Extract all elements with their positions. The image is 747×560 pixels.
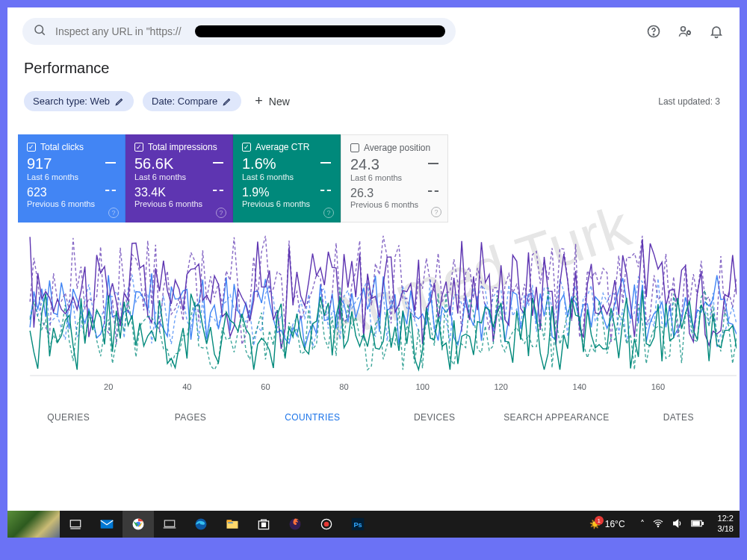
- battery-icon[interactable]: [691, 519, 704, 530]
- tab-queries[interactable]: QUERIES: [7, 412, 129, 423]
- tab-countries[interactable]: COUNTRIES: [252, 412, 374, 423]
- metric-period: Last 6 months: [27, 172, 116, 181]
- legend-solid: [105, 162, 116, 164]
- legend-dashed: [428, 190, 438, 192]
- svg-rect-23: [227, 520, 232, 522]
- svg-rect-17: [101, 520, 114, 529]
- metric-card-total-clicks[interactable]: Total clicks 917 Last 6 months 623 Previ…: [18, 134, 125, 223]
- weather-widget[interactable]: ☀️1 16°C: [582, 519, 633, 529]
- add-filter-button[interactable]: + New: [250, 90, 294, 112]
- svg-point-0: [35, 25, 43, 34]
- photoshop-app-icon[interactable]: Ps: [342, 511, 374, 538]
- volume-icon[interactable]: [672, 517, 684, 532]
- metric-prev-value: 26.3: [350, 187, 374, 200]
- metric-card-average-ctr[interactable]: Average CTR 1.6% Last 6 months 1.9% Prev…: [233, 134, 341, 223]
- mail-app-icon[interactable]: [91, 511, 123, 538]
- svg-text:100: 100: [415, 382, 429, 391]
- file-explorer-icon[interactable]: [217, 511, 248, 538]
- svg-point-35: [657, 526, 658, 526]
- metric-prev-period: Previous 6 months: [27, 199, 116, 208]
- help-icon[interactable]: [645, 23, 662, 40]
- firefox-app-icon[interactable]: [279, 511, 311, 538]
- laptop-app-icon[interactable]: [154, 511, 185, 538]
- dimension-tabs: QUERIESPAGESCOUNTRIESDEVICESSEARCH APPEA…: [7, 396, 740, 430]
- pencil-icon: [114, 96, 125, 107]
- svg-point-3: [653, 34, 654, 35]
- plus-icon: +: [255, 93, 263, 109]
- edge-app-icon[interactable]: [185, 511, 217, 538]
- svg-point-32: [324, 522, 329, 527]
- svg-text:140: 140: [573, 382, 586, 391]
- svg-rect-15: [70, 520, 81, 527]
- redacted-url: [195, 25, 445, 37]
- tab-pages[interactable]: PAGES: [129, 412, 251, 423]
- notifications-icon[interactable]: [708, 23, 725, 40]
- svg-text:40: 40: [182, 382, 191, 391]
- tab-devices[interactable]: DEVICES: [374, 412, 495, 423]
- legend-dashed: [213, 190, 223, 191]
- url-inspect-search[interactable]: [22, 18, 456, 45]
- filter-chip-search-type[interactable]: Search type: Web: [24, 91, 134, 111]
- metric-name: Average CTR: [255, 142, 309, 152]
- checkbox-icon: [350, 143, 359, 152]
- last-updated-text: Last updated: 3: [658, 96, 723, 107]
- legend-solid: [213, 162, 223, 164]
- metric-period: Last 6 months: [134, 172, 223, 181]
- filter-chip-date[interactable]: Date: Compare: [143, 91, 241, 111]
- svg-text:20: 20: [104, 382, 113, 391]
- svg-rect-28: [262, 525, 264, 526]
- svg-text:120: 120: [494, 382, 507, 391]
- metric-value: 1.6%: [242, 155, 276, 172]
- metric-prev-value: 33.4K: [134, 186, 166, 199]
- windows-taskbar: Ps ☀️1 16°C ˄ 12:2 3/18: [7, 511, 740, 538]
- svg-point-4: [681, 27, 686, 31]
- chrome-app-icon[interactable]: [123, 511, 154, 538]
- svg-rect-24: [228, 523, 233, 523]
- pencil-icon: [222, 96, 232, 107]
- performance-chart: 20406080100120140160: [7, 223, 740, 396]
- user-settings-icon[interactable]: [677, 23, 693, 40]
- info-icon[interactable]: ?: [431, 207, 441, 217]
- legend-dashed: [320, 190, 331, 191]
- metric-period: Last 6 months: [350, 173, 438, 182]
- weather-icon: ☀️1: [589, 519, 601, 529]
- tab-dates[interactable]: DATES: [618, 412, 740, 423]
- svg-text:160: 160: [651, 382, 665, 391]
- metric-prev-period: Previous 6 months: [242, 199, 331, 208]
- metric-card-average-position[interactable]: Average position 24.3 Last 6 months 26.3…: [341, 134, 448, 223]
- start-button[interactable]: [7, 511, 60, 538]
- legend-solid: [428, 163, 438, 164]
- system-tray[interactable]: ˄: [633, 517, 712, 532]
- chevron-up-icon[interactable]: ˄: [640, 519, 645, 529]
- search-icon: [33, 23, 46, 40]
- metric-value: 917: [27, 155, 52, 172]
- metric-prev-value: 623: [27, 186, 47, 199]
- legend-dashed: [105, 190, 116, 191]
- info-icon[interactable]: ?: [323, 208, 334, 218]
- metric-prev-period: Previous 6 months: [350, 200, 438, 209]
- svg-rect-20: [164, 520, 174, 526]
- record-app-icon[interactable]: [311, 511, 342, 538]
- checkbox-icon: [134, 143, 143, 152]
- task-view-icon[interactable]: [60, 511, 91, 538]
- info-icon[interactable]: ?: [216, 208, 226, 218]
- metric-period: Last 6 months: [242, 172, 331, 181]
- metric-name: Average position: [364, 143, 430, 153]
- filter-bar: Search type: Web Date: Compare + New Las…: [7, 90, 740, 112]
- clock[interactable]: 12:2 3/18: [712, 514, 740, 535]
- wifi-icon[interactable]: [652, 517, 664, 532]
- ms-store-icon[interactable]: [248, 511, 279, 538]
- checkbox-icon: [27, 143, 36, 152]
- info-icon[interactable]: ?: [108, 208, 119, 218]
- svg-rect-37: [702, 522, 704, 524]
- metric-value: 24.3: [350, 156, 379, 173]
- metric-prev-value: 1.9%: [242, 186, 269, 199]
- svg-rect-27: [264, 523, 265, 524]
- url-inspect-input[interactable]: [55, 25, 186, 37]
- metric-card-total-impressions[interactable]: Total impressions 56.6K Last 6 months 33…: [125, 134, 233, 223]
- metric-name: Total clicks: [40, 142, 84, 152]
- svg-line-1: [42, 32, 44, 34]
- tab-search-appearance[interactable]: SEARCH APPEARANCE: [495, 412, 617, 423]
- page-title: Performance: [7, 55, 740, 90]
- svg-rect-26: [262, 523, 264, 524]
